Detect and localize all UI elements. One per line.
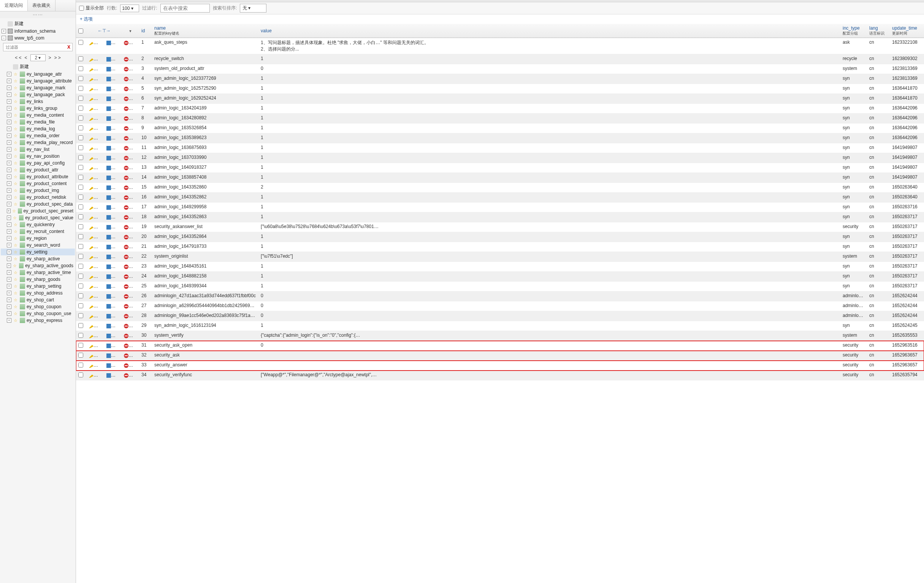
row-checkbox[interactable] <box>78 254 83 259</box>
expand-icon[interactable]: + <box>7 175 12 179</box>
expand-icon[interactable]: + <box>7 140 12 145</box>
tree-node-ey-nav-position[interactable]: +☆ey_nav_position <box>1 153 75 160</box>
row-checkbox-cell[interactable] <box>76 292 87 301</box>
delete-cell[interactable]: 删除 <box>122 74 139 84</box>
tree-node-ey-shop-coupon[interactable]: +☆ey_shop_coupon <box>1 303 75 310</box>
expand-icon[interactable]: + <box>7 168 12 172</box>
favorite-icon[interactable]: ☆ <box>13 297 18 302</box>
row-checkbox[interactable] <box>78 284 83 289</box>
edit-cell[interactable]: 编辑 <box>87 361 104 370</box>
delete-cell[interactable]: 删除 <box>122 38 139 55</box>
col-lang-header[interactable]: lang 语言标识 <box>867 24 890 38</box>
row-checkbox[interactable] <box>78 303 83 308</box>
tree-node-information-schema[interactable]: +information_schema <box>1 28 75 35</box>
copy-cell[interactable]: 复制 <box>104 341 122 351</box>
favorite-icon[interactable]: ☆ <box>13 85 18 91</box>
tree-node-ey-media-file[interactable]: +☆ey_media_file <box>1 119 75 126</box>
row-checkbox[interactable] <box>78 353 83 358</box>
row-checkbox-cell[interactable] <box>76 282 87 292</box>
delete-cell[interactable]: 删除 <box>122 84 139 94</box>
tree-node-ey-language-attribute[interactable]: +☆ey_language_attribute <box>1 78 75 84</box>
row-checkbox[interactable] <box>78 205 83 210</box>
favorite-icon[interactable]: ☆ <box>13 92 18 97</box>
pager-prev[interactable]: < <box>24 55 27 60</box>
favorite-icon[interactable]: ☆ <box>13 249 18 254</box>
row-checkbox[interactable] <box>78 333 83 338</box>
copy-cell[interactable]: 复制 <box>104 311 122 321</box>
delete-cell[interactable]: 删除 <box>122 321 139 331</box>
tree-node-ey-media-log[interactable]: +☆ey_media_log <box>1 126 75 132</box>
copy-cell[interactable]: 复制 <box>104 55 122 64</box>
favorite-icon[interactable]: ☆ <box>13 160 18 166</box>
expand-icon[interactable]: + <box>7 188 12 193</box>
row-checkbox-cell[interactable] <box>76 213 87 222</box>
favorite-icon[interactable]: ☆ <box>13 270 18 275</box>
delete-cell[interactable]: 删除 <box>122 94 139 104</box>
tree-node-www-tp5-com[interactable]: −www_tp5_com <box>1 35 75 41</box>
pager-first[interactable]: < < <box>15 55 21 60</box>
collapse-icon[interactable]: − <box>2 36 6 40</box>
favorite-icon[interactable]: ☆ <box>13 243 18 248</box>
favorite-icon[interactable]: ☆ <box>13 284 18 289</box>
row-checkbox-cell[interactable] <box>76 301 87 311</box>
delete-cell[interactable]: 删除 <box>122 282 139 292</box>
tree-node-ey-shop-address[interactable]: +☆ey_shop_address <box>1 290 75 296</box>
edit-cell[interactable]: 编辑 <box>87 193 104 203</box>
copy-cell[interactable]: 复制 <box>104 38 122 55</box>
favorite-icon[interactable]: ☆ <box>13 71 18 77</box>
favorite-icon[interactable]: ☆ <box>13 112 18 118</box>
edit-cell[interactable]: 编辑 <box>87 262 104 272</box>
copy-cell[interactable]: 复制 <box>104 64 122 74</box>
tree-node-ey-quickentry[interactable]: +☆ey_quickentry <box>1 221 75 228</box>
row-checkbox[interactable] <box>78 185 83 190</box>
favorite-icon[interactable]: ☆ <box>13 119 18 125</box>
delete-cell[interactable]: 删除 <box>122 232 139 242</box>
favorite-icon[interactable]: ☆ <box>13 201 18 207</box>
row-checkbox-cell[interactable] <box>76 321 87 331</box>
expand-icon[interactable]: + <box>7 270 12 275</box>
favorite-icon[interactable]: ☆ <box>13 195 18 200</box>
copy-cell[interactable]: 复制 <box>104 370 122 380</box>
row-checkbox[interactable] <box>78 274 83 279</box>
expand-icon[interactable]: + <box>7 72 12 76</box>
copy-cell[interactable]: 复制 <box>104 173 122 183</box>
tree-node-ey-language-mark[interactable]: +☆ey_language_mark <box>1 84 75 91</box>
edit-cell[interactable]: 编辑 <box>87 252 104 262</box>
favorite-icon[interactable]: ☆ <box>13 106 18 111</box>
col-update-header[interactable]: update_time 更新时间 <box>890 24 924 38</box>
copy-cell[interactable]: 复制 <box>104 104 122 114</box>
copy-cell[interactable]: 复制 <box>104 301 122 311</box>
favorite-icon[interactable]: ☆ <box>13 78 18 84</box>
edit-cell[interactable]: 编辑 <box>87 124 104 134</box>
expand-icon[interactable]: + <box>7 134 12 138</box>
row-checkbox-cell[interactable] <box>76 55 87 64</box>
expand-icon[interactable]: + <box>7 229 12 234</box>
expand-icon[interactable]: + <box>7 147 12 152</box>
tree-node-ey-media-order[interactable]: +☆ey_media_order <box>1 132 75 139</box>
favorite-icon[interactable]: ☆ <box>13 147 18 152</box>
row-checkbox[interactable] <box>78 363 83 368</box>
favorite-icon[interactable]: ☆ <box>13 229 18 234</box>
edit-cell[interactable]: 编辑 <box>87 203 104 213</box>
copy-cell[interactable]: 复制 <box>104 361 122 370</box>
expand-icon[interactable]: + <box>7 215 11 220</box>
row-checkbox[interactable] <box>78 323 83 328</box>
row-checkbox[interactable] <box>78 313 83 318</box>
tree-node-ey-product-attr[interactable]: +☆ey_product_attr <box>1 167 75 173</box>
row-checkbox[interactable] <box>78 155 83 160</box>
favorite-icon[interactable]: ☆ <box>13 181 18 186</box>
expand-icon[interactable]: + <box>7 250 12 254</box>
tree-node-ey-region[interactable]: +☆ey_region <box>1 235 75 242</box>
copy-cell[interactable]: 复制 <box>104 222 122 232</box>
show-all-checkbox[interactable]: 显示全部 <box>79 5 104 12</box>
drag-handle[interactable]: ⋯⋯ <box>0 12 76 18</box>
row-checkbox-cell[interactable] <box>76 370 87 380</box>
delete-cell[interactable]: 删除 <box>122 163 139 173</box>
favorite-icon[interactable]: ☆ <box>13 154 18 159</box>
delete-cell[interactable]: 删除 <box>122 183 139 193</box>
tree-node-ey-language-pack[interactable]: +☆ey_language_pack <box>1 91 75 98</box>
expand-icon[interactable]: + <box>7 106 12 111</box>
edit-cell[interactable]: 编辑 <box>87 38 104 55</box>
favorite-icon[interactable]: ☆ <box>13 236 18 241</box>
tree-node-ey-shop-coupon-use[interactable]: +☆ey_shop_coupon_use <box>1 310 75 317</box>
